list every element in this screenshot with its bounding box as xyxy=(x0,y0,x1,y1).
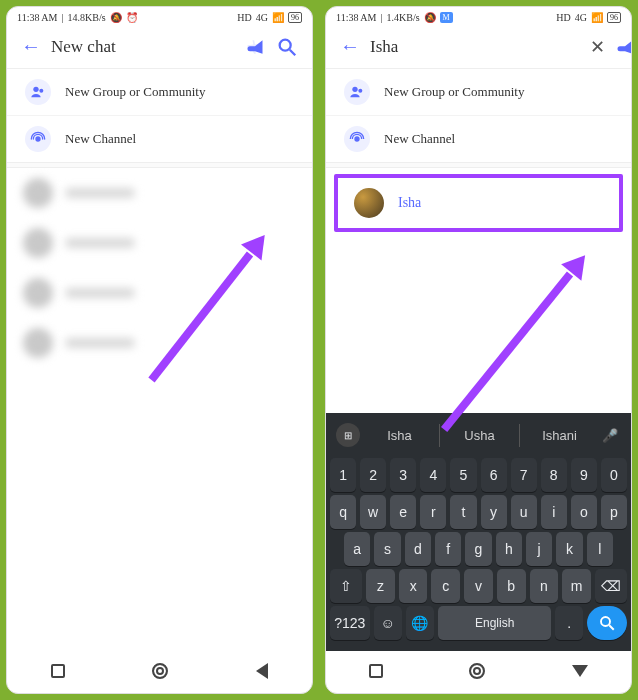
key-g[interactable]: g xyxy=(465,532,491,566)
key-j[interactable]: j xyxy=(526,532,552,566)
key-o[interactable]: o xyxy=(571,495,597,529)
phone-right: 11:38 AM | 1.4KB/s 🔕 M HD 4G 📶 96 ← ✕ Ne… xyxy=(325,6,632,694)
new-channel-option[interactable]: New Channel xyxy=(7,115,312,162)
key-1[interactable]: 1 xyxy=(330,458,356,492)
signal-icon: 4G xyxy=(256,12,268,23)
suggestion-3[interactable]: Ishani xyxy=(520,424,599,447)
shift-key[interactable]: ⇧ xyxy=(330,569,362,603)
new-group-option[interactable]: New Group or Community xyxy=(7,69,312,115)
alarm-icon: ⏰ xyxy=(126,12,138,23)
contact-row-blurred[interactable] xyxy=(7,168,312,218)
key-x[interactable]: x xyxy=(399,569,428,603)
hd-icon: HD xyxy=(556,12,570,23)
key-m[interactable]: m xyxy=(562,569,591,603)
new-channel-label: New Channel xyxy=(384,131,455,147)
key-5[interactable]: 5 xyxy=(450,458,476,492)
section-divider xyxy=(326,162,631,168)
key-c[interactable]: c xyxy=(431,569,460,603)
soft-keyboard: ⊞ Isha Usha Ishani 🎤 1234567890 qwertyui… xyxy=(326,413,631,651)
search-result-isha[interactable]: Isha xyxy=(334,174,623,232)
phone-left: 11:38 AM | 14.8KB/s 🔕 ⏰ HD 4G 📶 96 ← New… xyxy=(6,6,313,694)
recents-button[interactable] xyxy=(369,664,383,678)
key-l[interactable]: l xyxy=(587,532,613,566)
key-v[interactable]: v xyxy=(464,569,493,603)
key-t[interactable]: t xyxy=(450,495,476,529)
mic-icon[interactable]: 🎤 xyxy=(599,428,621,443)
group-icon xyxy=(344,79,370,105)
new-channel-label: New Channel xyxy=(65,131,136,147)
svg-line-1 xyxy=(290,49,296,55)
key-h[interactable]: h xyxy=(496,532,522,566)
recents-button[interactable] xyxy=(51,664,65,678)
key-7[interactable]: 7 xyxy=(511,458,537,492)
svg-point-7 xyxy=(355,137,359,141)
key-f[interactable]: f xyxy=(435,532,461,566)
globe-key[interactable]: 🌐 xyxy=(406,606,434,640)
svg-point-2 xyxy=(33,87,38,92)
svg-point-5 xyxy=(352,87,357,92)
key-n[interactable]: n xyxy=(530,569,559,603)
status-net: 14.8KB/s xyxy=(67,12,105,23)
status-net: 1.4KB/s xyxy=(386,12,419,23)
key-u[interactable]: u xyxy=(511,495,537,529)
symbols-key[interactable]: ?123 xyxy=(330,606,370,640)
emoji-key[interactable]: ☺ xyxy=(374,606,402,640)
key-e[interactable]: e xyxy=(390,495,416,529)
key-q[interactable]: q xyxy=(330,495,356,529)
contact-row-blurred[interactable] xyxy=(7,318,312,368)
back-button[interactable]: ← xyxy=(340,35,360,58)
search-key[interactable] xyxy=(587,606,627,640)
key-9[interactable]: 9 xyxy=(571,458,597,492)
key-z[interactable]: z xyxy=(366,569,395,603)
key-0[interactable]: 0 xyxy=(601,458,627,492)
key-d[interactable]: d xyxy=(405,532,431,566)
app-badge-icon: M xyxy=(440,12,453,23)
keyboard-apps-icon[interactable]: ⊞ xyxy=(336,423,360,447)
svg-point-6 xyxy=(358,89,362,93)
android-navbar xyxy=(7,651,312,693)
megaphone-icon[interactable] xyxy=(244,36,266,58)
contact-row-blurred[interactable] xyxy=(7,268,312,318)
space-key[interactable]: English xyxy=(438,606,551,640)
svg-line-9 xyxy=(609,625,614,630)
key-3[interactable]: 3 xyxy=(390,458,416,492)
page-title: New chat xyxy=(51,37,234,57)
key-w[interactable]: w xyxy=(360,495,386,529)
key-r[interactable]: r xyxy=(420,495,446,529)
key-2[interactable]: 2 xyxy=(360,458,386,492)
status-time: 11:38 AM xyxy=(17,12,57,23)
key-8[interactable]: 8 xyxy=(541,458,567,492)
key-b[interactable]: b xyxy=(497,569,526,603)
header-search: ← ✕ xyxy=(326,27,631,69)
back-button[interactable]: ← xyxy=(21,35,41,58)
back-nav-button[interactable] xyxy=(256,663,268,679)
header: ← New chat xyxy=(7,27,312,69)
home-button[interactable] xyxy=(152,663,168,679)
key-y[interactable]: y xyxy=(481,495,507,529)
search-icon[interactable] xyxy=(276,36,298,58)
megaphone-icon[interactable] xyxy=(615,36,632,58)
svg-point-8 xyxy=(601,617,610,626)
dnd-icon: 🔕 xyxy=(424,12,436,23)
keyboard-hide-button[interactable] xyxy=(572,665,588,677)
key-s[interactable]: s xyxy=(374,532,400,566)
key-k[interactable]: k xyxy=(556,532,582,566)
new-group-label: New Group or Community xyxy=(384,84,524,100)
new-channel-option[interactable]: New Channel xyxy=(326,115,631,162)
svg-point-4 xyxy=(36,137,40,141)
new-group-option[interactable]: New Group or Community xyxy=(326,69,631,115)
status-bar: 11:38 AM | 14.8KB/s 🔕 ⏰ HD 4G 📶 96 xyxy=(7,7,312,27)
home-button[interactable] xyxy=(469,663,485,679)
search-input[interactable] xyxy=(370,37,580,57)
clear-icon[interactable]: ✕ xyxy=(590,36,605,58)
suggestion-1[interactable]: Isha xyxy=(360,424,439,447)
key-6[interactable]: 6 xyxy=(481,458,507,492)
status-time: 11:38 AM xyxy=(336,12,376,23)
signal-bars-icon: 📶 xyxy=(272,12,284,23)
key-i[interactable]: i xyxy=(541,495,567,529)
period-key[interactable]: . xyxy=(555,606,583,640)
key-p[interactable]: p xyxy=(601,495,627,529)
backspace-key[interactable]: ⌫ xyxy=(595,569,627,603)
key-a[interactable]: a xyxy=(344,532,370,566)
key-4[interactable]: 4 xyxy=(420,458,446,492)
